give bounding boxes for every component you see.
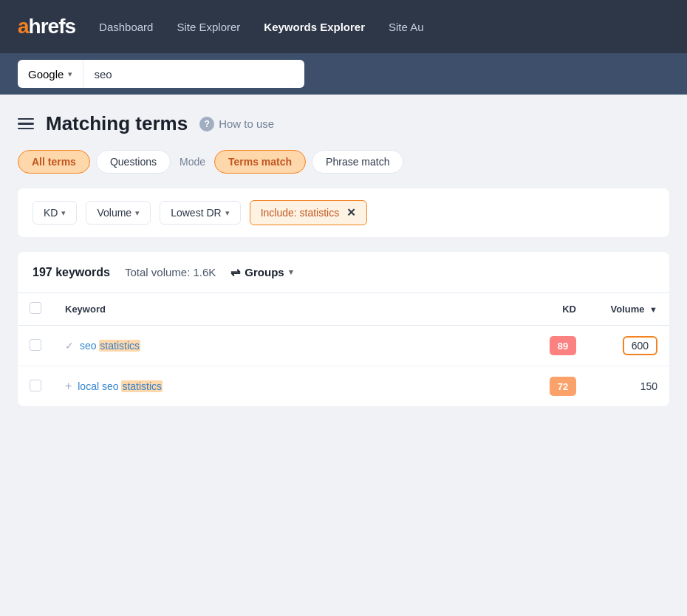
nav-site-audit[interactable]: Site Au <box>389 21 424 33</box>
row1-keyword-highlight: statistics <box>99 340 140 352</box>
groups-chevron-icon: ▾ <box>289 267 293 277</box>
include-tag-label: Include: statistics <box>261 207 340 219</box>
row1-keyword-cell: ✓ seo statistics <box>53 326 529 366</box>
keywords-table: Keyword KD Volume ▼ ✓ seo statist <box>18 293 669 406</box>
row1-kd-badge: 89 <box>550 336 576 355</box>
total-volume-value: 1.6K <box>194 266 216 278</box>
row1-check-icon: ✓ <box>65 340 74 352</box>
lowest-dr-filter-button[interactable]: Lowest DR ▾ <box>160 201 240 225</box>
select-all-checkbox[interactable] <box>30 302 41 314</box>
total-volume: Total volume: 1.6K <box>125 266 216 278</box>
lowest-dr-label: Lowest DR <box>171 207 221 219</box>
keyword-column-header: Keyword <box>53 293 529 326</box>
kd-filter-button[interactable]: KD ▾ <box>33 201 77 225</box>
filter-tabs: All terms Questions Mode Terms match Phr… <box>18 150 669 174</box>
row1-kd-cell: 89 <box>529 326 588 366</box>
nav-keywords-explorer[interactable]: Keywords Explorer <box>264 21 365 33</box>
row1-volume-value: 600 <box>623 336 657 355</box>
volume-filter-button[interactable]: Volume ▾ <box>86 201 151 225</box>
groups-label: Groups <box>245 266 284 278</box>
include-tag-close-button[interactable]: ✕ <box>346 206 356 219</box>
page-header: Matching terms ? How to use <box>18 112 669 135</box>
kd-column-header: KD <box>529 293 588 326</box>
volume-chevron-icon: ▾ <box>135 208 140 218</box>
tab-terms-match[interactable]: Terms match <box>214 150 306 174</box>
mode-label: Mode <box>180 156 205 168</box>
volume-filter-label: Volume <box>97 207 131 219</box>
lowest-dr-chevron-icon: ▾ <box>225 208 230 218</box>
results-section: 197 keywords Total volume: 1.6K ⇌ Groups… <box>18 252 669 406</box>
logo-a: a <box>18 15 29 38</box>
table-select-all-header[interactable] <box>18 293 53 326</box>
table-row: + local seo statistics 72 150 <box>18 366 669 407</box>
row2-kd-cell: 72 <box>529 366 588 407</box>
total-volume-label: Total volume: <box>125 266 190 278</box>
results-header: 197 keywords Total volume: 1.6K ⇌ Groups… <box>18 252 669 293</box>
volume-column-header[interactable]: Volume ▼ <box>588 293 669 326</box>
filter-row: KD ▾ Volume ▾ Lowest DR ▾ Include: stati… <box>18 188 669 237</box>
nav-dashboard[interactable]: Dashboard <box>99 21 153 33</box>
kd-chevron-icon: ▾ <box>61 208 66 218</box>
row1-checkbox[interactable] <box>30 339 41 351</box>
groups-button[interactable]: ⇌ Groups ▾ <box>230 265 293 279</box>
row2-plus-icon: + <box>65 380 72 392</box>
page-title: Matching terms <box>46 112 188 135</box>
kd-filter-label: KD <box>44 207 58 219</box>
tab-all-terms[interactable]: All terms <box>18 150 90 174</box>
tab-questions[interactable]: Questions <box>96 150 171 174</box>
groups-icon: ⇌ <box>230 265 240 279</box>
logo[interactable]: ahrefs <box>18 15 75 38</box>
search-engine-button[interactable]: Google ▾ <box>18 60 83 88</box>
include-tag: Include: statistics ✕ <box>250 200 368 225</box>
engine-chevron-icon: ▾ <box>68 69 72 79</box>
row2-keyword-cell: + local seo statistics <box>53 366 529 407</box>
main-content: Matching terms ? How to use All terms Qu… <box>0 95 687 406</box>
row1-checkbox-cell[interactable] <box>18 326 53 366</box>
search-bar: Google ▾ <box>0 53 687 95</box>
volume-sort-icon: ▼ <box>649 305 657 314</box>
hamburger-icon[interactable] <box>18 118 34 130</box>
logo-hrefs: hrefs <box>29 15 75 38</box>
how-to-use-link[interactable]: ? How to use <box>199 117 274 131</box>
nav-site-explorer[interactable]: Site Explorer <box>177 21 240 33</box>
row2-kd-badge: 72 <box>550 377 576 396</box>
row1-keyword-link[interactable]: seo statistics <box>80 340 140 352</box>
help-icon: ? <box>199 117 214 131</box>
search-input[interactable] <box>83 60 304 88</box>
results-count: 197 keywords <box>33 266 110 279</box>
row2-keyword-link[interactable]: local seo statistics <box>78 380 163 392</box>
row2-volume-cell: 150 <box>588 366 669 407</box>
tab-phrase-match[interactable]: Phrase match <box>312 150 403 174</box>
engine-label: Google <box>28 68 64 81</box>
table-row: ✓ seo statistics 89 600 <box>18 326 669 366</box>
navbar: ahrefs Dashboard Site Explorer Keywords … <box>0 0 687 53</box>
row2-checkbox-cell[interactable] <box>18 366 53 407</box>
row1-volume-cell: 600 <box>588 326 669 366</box>
how-to-use-label: How to use <box>219 117 274 130</box>
row2-volume-value: 150 <box>640 380 657 392</box>
row2-checkbox[interactable] <box>30 380 41 391</box>
row2-keyword-highlight: statistics <box>121 380 163 392</box>
